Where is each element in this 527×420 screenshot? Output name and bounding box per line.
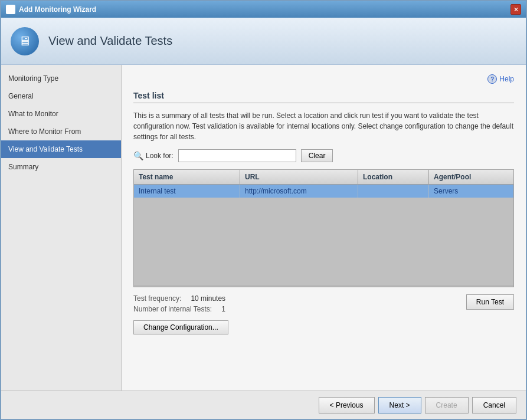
search-icon: 🔍 bbox=[133, 151, 143, 160]
sidebar-item-where-monitor-from[interactable]: Where to Monitor From bbox=[1, 123, 121, 140]
previous-button[interactable]: < Previous bbox=[319, 397, 375, 414]
stat-frequency: Test frequency: 10 minutes bbox=[133, 294, 225, 303]
section-title: Test list bbox=[133, 91, 514, 103]
close-button[interactable]: ✕ bbox=[510, 4, 521, 15]
sidebar-item-monitoring-type[interactable]: Monitoring Type bbox=[1, 70, 121, 87]
col-test-name: Test name bbox=[134, 170, 240, 184]
main-window: 🖥 Add Monitoring Wizard ✕ 🖥 View and Val… bbox=[0, 0, 527, 420]
run-test-button[interactable]: Run Test bbox=[466, 294, 514, 310]
sidebar-item-what-to-monitor[interactable]: What to Monitor bbox=[1, 105, 121, 123]
change-configuration-button[interactable]: Change Configuration... bbox=[133, 320, 228, 334]
stats-row: Test frequency: 10 minutes Number of int… bbox=[133, 294, 514, 313]
title-bar: 🖥 Add Monitoring Wizard ✕ bbox=[1, 1, 526, 18]
col-url: URL bbox=[240, 170, 358, 184]
cancel-button[interactable]: Cancel bbox=[472, 397, 516, 414]
stat-count-value: 1 bbox=[221, 305, 225, 313]
cell-url: http://microsoft.com bbox=[240, 185, 358, 198]
col-location: Location bbox=[358, 170, 429, 184]
help-icon: ? bbox=[487, 74, 497, 84]
next-button[interactable]: Next > bbox=[378, 397, 421, 414]
stat-frequency-value: 10 minutes bbox=[191, 294, 225, 303]
test-table: Test name URL Location Agent/Pool Intern… bbox=[133, 169, 514, 287]
stat-count: Number of internal Tests: 1 bbox=[133, 305, 225, 313]
cell-location bbox=[358, 185, 429, 198]
cell-agent-pool: Servers bbox=[429, 185, 500, 198]
col-agent-pool: Agent/Pool bbox=[429, 170, 500, 184]
search-label: Look for: bbox=[146, 152, 174, 160]
create-button[interactable]: Create bbox=[425, 397, 469, 414]
title-bar-left: 🖥 Add Monitoring Wizard bbox=[6, 5, 96, 14]
cell-test-name: Internal test bbox=[134, 185, 240, 198]
help-label[interactable]: Help bbox=[499, 75, 514, 83]
sidebar: Monitoring Type General What to Monitor … bbox=[1, 65, 122, 391]
sidebar-item-summary[interactable]: Summary bbox=[1, 158, 121, 176]
stats-left: Test frequency: 10 minutes Number of int… bbox=[133, 294, 225, 313]
sidebar-item-view-validate[interactable]: View and Validate Tests bbox=[1, 140, 121, 158]
header-bar: 🖥 View and Validate Tests bbox=[1, 18, 526, 65]
content-area: Monitoring Type General What to Monitor … bbox=[1, 65, 526, 391]
main-content: ? Help Test list This is a summary of al… bbox=[122, 65, 526, 391]
table-header: Test name URL Location Agent/Pool bbox=[134, 170, 513, 185]
stat-count-label: Number of internal Tests: bbox=[133, 305, 212, 313]
help-row[interactable]: ? Help bbox=[133, 74, 514, 84]
search-row: 🔍 Look for: Clear bbox=[133, 149, 514, 162]
table-body: Internal test http://microsoft.com Serve… bbox=[134, 185, 513, 285]
table-row[interactable]: Internal test http://microsoft.com Serve… bbox=[134, 185, 513, 198]
app-icon: 🖥 bbox=[6, 5, 15, 14]
window-title: Add Monitoring Wizard bbox=[19, 5, 96, 14]
header-icon: 🖥 bbox=[11, 27, 39, 55]
stat-frequency-label: Test frequency: bbox=[133, 294, 181, 303]
clear-button[interactable]: Clear bbox=[301, 149, 333, 162]
footer: < Previous Next > Create Cancel bbox=[1, 391, 526, 419]
sidebar-item-general[interactable]: General bbox=[1, 87, 121, 105]
search-input[interactable] bbox=[178, 149, 296, 162]
description-text: This is a summary of all tests that will… bbox=[133, 110, 514, 142]
page-title: View and Validate Tests bbox=[48, 34, 172, 48]
search-icon-box: 🔍 Look for: bbox=[133, 151, 174, 160]
